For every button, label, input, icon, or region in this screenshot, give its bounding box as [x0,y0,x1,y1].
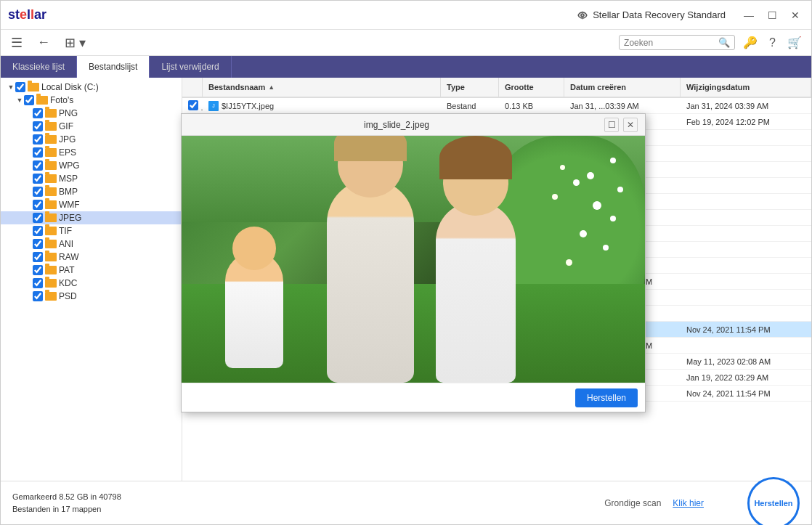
table-row[interactable]: J $IJ15YTX.jpeg Bestand 0.13 KB Jan 31, … [182,98,811,114]
checkbox-bmp[interactable] [33,187,43,197]
file-modified: Jan 31, 2024 03:39 AM [681,102,811,110]
sidebar-item-png[interactable]: PNG [1,107,182,120]
folder-icon-msp [45,174,57,183]
sidebar-label-tif: TIF [59,226,72,236]
minimize-button[interactable]: — [740,7,758,24]
back-button[interactable]: ← [33,32,54,53]
folder-icon-pat [45,266,57,274]
checkbox-gif[interactable] [33,121,43,131]
window-title: Stellar Data Recovery Standard [577,9,726,21]
expand-arrow-fotos: ▼ [15,96,24,105]
folder-icon-tif [45,227,57,235]
sidebar-label-kdc: KDC [59,278,77,288]
col-header-type[interactable]: Type [441,78,499,97]
expand-arrow-root: ▼ [7,83,15,91]
checkbox-wpg[interactable] [33,160,43,171]
checkbox-jpg[interactable] [33,134,43,145]
app-logo: stellar [8,7,46,23]
sidebar-item-eps[interactable]: EPS [1,146,182,159]
key-button[interactable]: 🔑 [739,33,761,52]
folder-icon-png [45,109,57,118]
modal-titlebar: img_slide_2.jpeg ☐ ✕ [182,114,645,136]
checkbox-fotos[interactable] [24,95,34,105]
checkbox-tif[interactable] [33,226,43,236]
checkbox-pat[interactable] [33,265,43,275]
file-modified: Nov 24, 2021 11:54 PM [681,325,811,334]
tab-lijst-verwijderd[interactable]: Lijst verwijderd [150,56,231,78]
search-area: 🔍 🔑 ? 🛒 [619,33,805,52]
sidebar-label-pat: PAT [59,265,75,275]
cart-button[interactable]: 🛒 [784,33,805,52]
file-modified: Feb 19, 2024 12:02 PM [681,118,811,126]
fotos-label: Foto's [50,95,73,105]
folder-icon-fotos [36,96,48,105]
folder-icon-wmf [45,200,57,209]
checkbox-jpeg[interactable] [33,213,43,223]
modal-minimize-button[interactable]: ☐ [604,118,619,132]
search-icon: 🔍 [718,37,730,48]
sidebar-item-msp[interactable]: MSP [1,172,182,185]
klik-hier-link[interactable]: Klik hier [673,498,704,508]
checkbox-wmf[interactable] [33,200,43,210]
sidebar-item-tif[interactable]: TIF [1,224,182,237]
folder-icon-eps [45,148,57,157]
checkbox-png[interactable] [33,108,43,118]
sidebar-item-wmf[interactable]: WMF [1,198,182,211]
sidebar-item-jpg[interactable]: JPG [1,133,182,146]
sidebar: ▼ Local Disk (C:) ▼ Foto's PNG [1,78,182,481]
checkbox-root[interactable] [15,82,25,92]
col-header-modified[interactable]: Wijzigingsdatum [681,78,811,97]
folder-icon-psd [45,292,57,301]
checkbox-raw[interactable] [33,252,43,262]
folder-icon-jpeg [45,213,57,222]
status-text: Gemarkeerd 8.52 GB in 40798 Bestanden in… [12,491,121,515]
sidebar-item-gif[interactable]: GIF [1,120,182,133]
folder-icon-jpg [45,135,57,144]
sidebar-item-pat[interactable]: PAT [1,264,182,277]
sort-arrow-filename: ▲ [268,84,275,91]
statusbar: Gemarkeerd 8.52 GB in 40798 Bestanden in… [1,481,811,524]
sidebar-item-wpg[interactable]: WPG [1,159,182,172]
sidebar-item-kdc[interactable]: KDC [1,277,182,290]
grid-view-button[interactable]: ⊞ ▾ [60,32,90,54]
checkbox-psd[interactable] [33,291,43,301]
folder-icon-bmp [45,187,57,196]
checkbox-ani[interactable] [33,239,43,249]
sidebar-label-msp: MSP [59,174,78,184]
filelist-header: Bestandsnaam ▲ Type Grootte Datum creëre… [182,78,811,98]
modal-herstellen-button[interactable]: Herstellen [575,388,638,407]
herstellen-circle-button[interactable]: Herstellen [747,477,800,526]
modal-footer: Herstellen [182,383,645,412]
tab-bestandslijst[interactable]: Bestandslijst [77,56,150,78]
sidebar-item-ani[interactable]: ANI [1,237,182,251]
file-type: Bestand [441,102,499,110]
tab-klassieke-lijst[interactable]: Klassieke lijst [1,56,77,78]
folder-icon-gif [45,122,57,131]
sidebar-item-jpeg[interactable]: JPEG [1,211,182,224]
col-header-filename[interactable]: Bestandsnaam ▲ [203,78,441,97]
modal-close-button[interactable]: ✕ [623,118,638,132]
help-button[interactable]: ? [766,33,779,52]
folder-icon-raw [45,253,57,261]
col-header-size[interactable]: Grootte [499,78,564,97]
checkbox-eps[interactable] [33,147,43,158]
sidebar-item-root[interactable]: ▼ Local Disk (C:) [1,81,182,94]
search-input[interactable] [624,38,718,48]
menu-button[interactable]: ☰ [7,32,27,54]
sidebar-label-eps: EPS [59,147,76,158]
search-box: 🔍 [619,35,735,50]
row-checkbox-0[interactable] [188,100,198,110]
sidebar-item-bmp[interactable]: BMP [1,185,182,198]
col-header-created[interactable]: Datum creëren [564,78,681,97]
sidebar-item-fotos[interactable]: ▼ Foto's [1,94,182,107]
close-button[interactable]: ✕ [787,7,804,24]
sidebar-item-psd[interactable]: PSD [1,290,182,303]
sidebar-item-raw[interactable]: RAW [1,251,182,264]
checkbox-msp[interactable] [33,174,43,184]
sidebar-label-bmp: BMP [59,187,78,197]
titlebar: stellar Stellar Data Recovery Standard —… [1,1,811,30]
checkbox-kdc[interactable] [33,278,43,288]
maximize-button[interactable]: ☐ [763,7,781,24]
preview-modal: img_slide_2.jpeg ☐ ✕ [181,113,646,412]
sidebar-label-psd: PSD [59,291,77,301]
